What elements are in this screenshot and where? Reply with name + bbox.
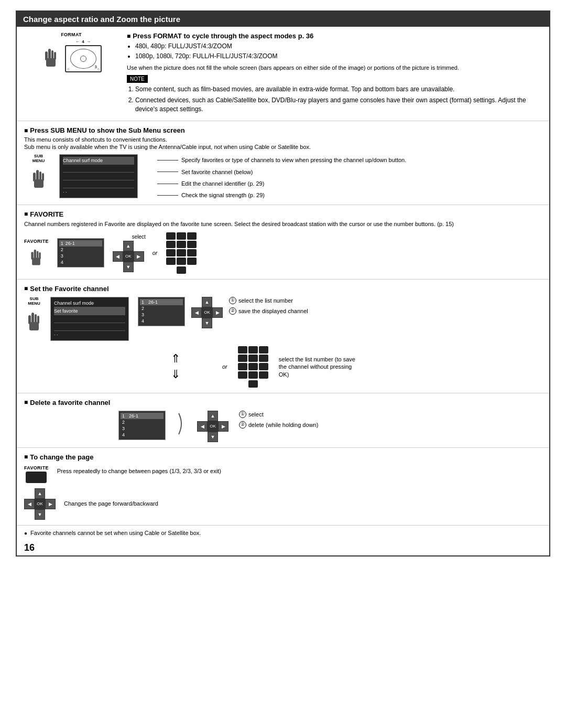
delete-step1: ① select [239,411,318,418]
del-dpad-right[interactable]: ▶ [218,421,228,432]
set-fav-ch-row-2: 2 [140,305,183,312]
footer-bullet [24,530,27,536]
cp-dpad-ok[interactable]: OK [35,499,45,509]
set-fav-row: SUBMENU Channel surf mode Set favorite · [24,297,542,341]
sf-dpad-down[interactable]: ▼ [202,318,212,328]
set-fav-section: Set the Favorite channel SUBMENU Channel… [17,280,549,393]
delete-channel-list: 126-1 2 3 4 [118,411,166,440]
num-btn-5[interactable] [177,241,186,248]
dpad-down[interactable]: ▼ [123,262,134,272]
dpad-left[interactable]: ◀ [113,251,123,262]
del-dpad-down[interactable]: ▼ [208,432,218,442]
set-fav-menu-item-4 [54,323,125,331]
svg-rect-14 [39,252,41,259]
set-fav-arrows-row: ⇑ ⇓ or [171,346,542,388]
cp-dpad-right[interactable]: ▶ [45,499,56,509]
sf-num-4[interactable] [238,355,247,362]
sf-num-extra[interactable] [248,380,258,388]
set-fav-header: Set the Favorite channel [24,285,542,293]
svg-rect-12 [37,251,39,260]
del-ch-row-1: 126-1 [121,413,164,419]
sf-num-12[interactable] [259,371,268,379]
num-btn-1[interactable] [166,232,176,240]
num-btn-10[interactable] [166,258,176,265]
set-fav-hand-container: SUBMENU [24,297,44,333]
submenu-desc2: Sub menu is only available when the TV i… [24,144,542,150]
cp-dpad-up[interactable]: ▲ [35,488,45,499]
dash-line-3 [157,184,178,184]
submenu-box: Channel surf mode · · [59,154,138,198]
sf-dpad-right[interactable]: ▶ [212,307,223,318]
cp-dpad-left[interactable]: ◀ [24,499,35,509]
or-label-1: or [153,250,158,256]
sf-num-2[interactable] [248,346,258,354]
submenu-row: SUBMENU Channel surf mode · · [24,154,542,199]
favorite-label: FAVORITE [24,239,49,244]
format-right: Press FORMAT to cycle through the aspect… [127,32,542,115]
set-fav-menu-item-5: · · [54,331,125,338]
sf-num-5[interactable] [248,355,258,362]
annotation-4: Check the signal strength (p. 29) [157,191,542,199]
num-btn-9[interactable] [187,249,197,256]
page-title: Change aspect ratio and Zoom the picture [17,12,549,27]
sf-dpad-left[interactable]: ◀ [191,307,202,318]
sf-num-6[interactable] [259,355,268,362]
ch-row-1: 126-1 [59,240,102,247]
svg-rect-1 [48,49,51,60]
page-wrapper: Change aspect ratio and Zoom the picture… [16,10,550,556]
num-btn-extra[interactable] [177,266,186,274]
sf-dpad-up[interactable]: ▲ [202,297,212,307]
submenu-hand-icon [29,165,49,190]
press-desc: Press repeatedly to change between pages… [57,467,221,475]
circle-1: ① [229,297,236,304]
sf-num-8[interactable] [248,363,258,370]
annotation-3: Edit the channel identifier (p. 29) [157,180,542,187]
cp-dpad-down[interactable]: ▼ [35,509,45,520]
dpad-ok[interactable]: OK [123,251,134,262]
svg-rect-3 [45,51,48,60]
sf-num-10[interactable] [238,371,247,379]
sf-num-11[interactable] [248,371,258,379]
format-bullet-1: 480i, 480p: FULL/JUST/4:3/ZOOM [135,42,542,51]
set-fav-num-note: select the list number (to save the chan… [279,356,363,378]
favorite-label-hand: FAVORITE [24,239,49,267]
favorite-button-icon[interactable] [26,472,47,483]
sf-dpad-empty-tr [212,297,223,307]
del-circle-2: ② [239,421,246,429]
circle-2: ② [229,307,236,315]
sf-num-1[interactable] [238,346,247,354]
num-btn-7[interactable] [166,249,176,256]
format-bullets: 480i, 480p: FULL/JUST/4:3/ZOOM 1080p, 10… [127,42,542,61]
num-btn-12[interactable] [187,258,197,265]
del-circle-1: ① [239,411,246,418]
num-btn-3[interactable] [187,232,197,240]
dpad-up[interactable]: ▲ [123,241,134,251]
sf-num-3[interactable] [259,346,268,354]
sf-num-9[interactable] [259,363,268,370]
submenu-header: Press SUB MENU to show the Sub Menu scre… [24,126,542,134]
annotation-1: Specify favorites or type of channels to… [157,156,542,164]
num-btn-6[interactable] [187,241,197,248]
delete-header: Delete a favorite channel [24,399,542,406]
sf-num-7[interactable] [238,363,247,370]
num-btn-4[interactable] [166,241,176,248]
or-label-2: or [222,363,227,370]
num-btn-2[interactable] [177,232,186,240]
set-fav-num-grid [238,346,268,379]
dash-line-1 [157,160,178,160]
footer-note-text: Favorite channels cannot be set when usi… [30,530,201,536]
set-fav-steps: ① select the list number ② save the disp… [229,297,308,315]
del-dpad-left[interactable]: ◀ [197,421,208,432]
del-dpad-ok[interactable]: OK [208,421,218,432]
sf-dpad-ok[interactable]: OK [202,307,212,318]
change-page-row2: ▲ ◀ OK ▶ ▼ Changes the page forward/back… [24,488,542,520]
num-btn-11[interactable] [177,258,186,265]
submenu-box-container: Channel surf mode · · [59,154,140,198]
del-dpad-up[interactable]: ▲ [208,411,218,421]
dpad-right[interactable]: ▶ [134,251,144,262]
set-fav-menu-item-1: Channel surf mode [54,299,125,307]
del-dpad-tl [197,411,208,421]
curve-icon [176,411,187,437]
menu-item-3 [63,173,134,180]
num-btn-8[interactable] [177,249,186,256]
